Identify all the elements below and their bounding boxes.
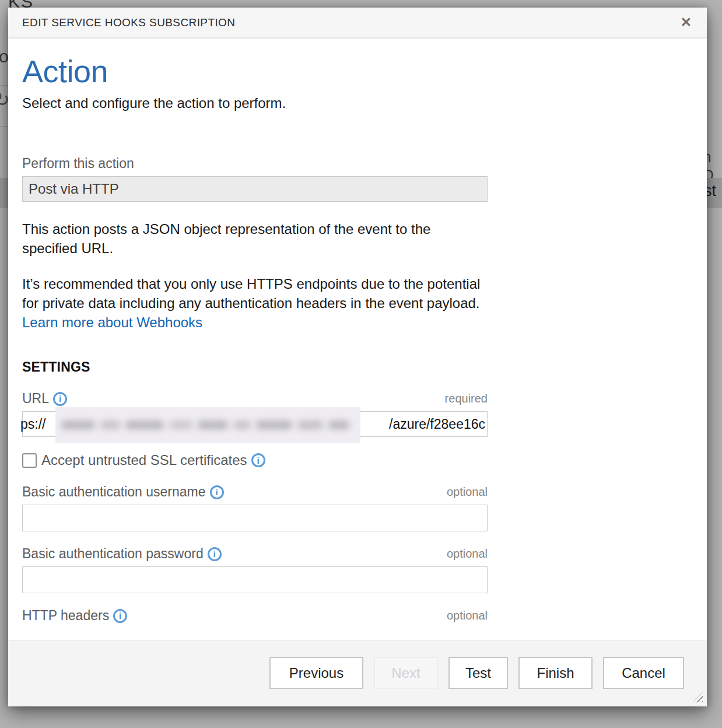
basic-auth-password-label: Basic authentication password (22, 546, 204, 562)
background-divider (0, 85, 8, 86)
username-optional-badge: optional (447, 484, 488, 500)
cancel-button[interactable]: Cancel (603, 657, 684, 689)
basic-auth-password-input[interactable] (22, 566, 488, 593)
next-button: Next (374, 657, 438, 689)
accept-untrusted-ssl-checkbox[interactable] (22, 453, 37, 468)
resize-grip[interactable] (693, 692, 703, 702)
url-label: URL (22, 391, 49, 407)
dialog-body: Action Select and configure the action t… (8, 38, 707, 640)
edit-service-hooks-subscription-dialog: EDIT SERVICE HOOKS SUBSCRIPTION ✕ Action… (8, 8, 707, 706)
previous-button[interactable]: Previous (269, 657, 363, 689)
settings-heading: SETTINGS (22, 359, 488, 375)
background-text-fragment: o (0, 47, 9, 66)
url-info-icon[interactable]: i (53, 392, 67, 406)
password-info-icon[interactable]: i (208, 547, 222, 561)
dialog-title: EDIT SERVICE HOOKS SUBSCRIPTION (22, 16, 235, 29)
url-value-prefix: ps:// (20, 416, 45, 432)
redaction-blur (55, 407, 360, 443)
page-title: Action (22, 55, 488, 88)
action-select[interactable]: Post via HTTP (22, 176, 488, 202)
password-optional-badge: optional (447, 546, 488, 562)
url-required-badge: required (445, 391, 488, 407)
ssl-info-icon[interactable]: i (251, 453, 265, 467)
username-info-icon[interactable]: i (210, 485, 224, 499)
basic-auth-username-label: Basic authentication username (22, 484, 206, 500)
dialog-titlebar: EDIT SERVICE HOOKS SUBSCRIPTION ✕ (8, 8, 707, 38)
page-subtitle: Select and configure the action to perfo… (22, 95, 488, 111)
url-input[interactable]: ps:// /azure/f28ee16c (22, 411, 488, 437)
test-button[interactable]: Test (448, 657, 508, 689)
url-value-suffix: /azure/f28ee16c (389, 416, 485, 432)
http-headers-label: HTTP headers (22, 608, 109, 624)
background-divider (0, 126, 8, 127)
basic-auth-username-input[interactable] (22, 505, 488, 531)
finish-button[interactable]: Finish (518, 657, 593, 689)
https-recommendation: It’s recommended that you only use HTTPS… (22, 274, 483, 332)
background-table-header-band (0, 178, 8, 208)
close-icon[interactable]: ✕ (681, 16, 692, 29)
dialog-footer: Previous Next Test Finish Cancel (8, 640, 707, 706)
learn-more-webhooks-link[interactable]: Learn more about Webhooks (22, 314, 202, 330)
https-recommendation-text: It’s recommended that you only use HTTPS… (22, 276, 480, 311)
perform-action-label: Perform this action (22, 156, 134, 172)
accept-untrusted-ssl-label: Accept untrusted SSL certificates (41, 452, 247, 468)
action-select-value: Post via HTTP (29, 181, 119, 197)
http-headers-optional-badge: optional (447, 608, 488, 624)
http-headers-info-icon[interactable]: i (113, 609, 127, 623)
action-description: This action posts a JSON object represen… (22, 219, 483, 258)
